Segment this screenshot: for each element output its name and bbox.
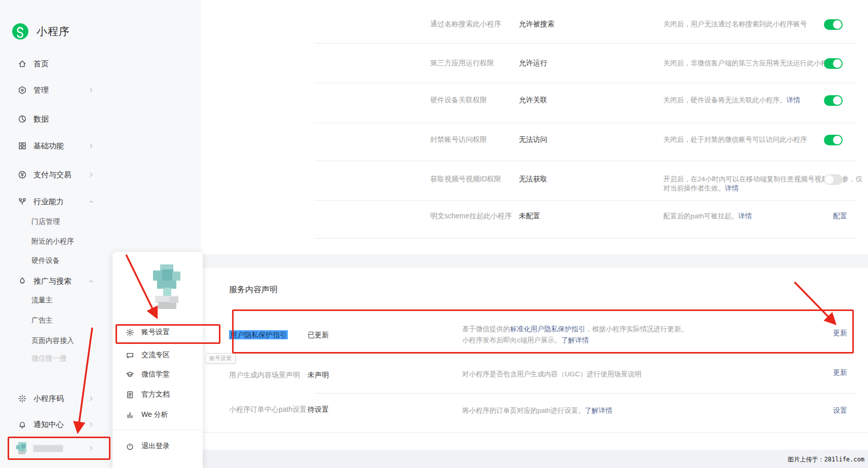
sidebar-item-label: 微信搜一搜 bbox=[31, 354, 67, 363]
chevron-right-icon bbox=[88, 142, 95, 149]
menu-item-3[interactable]: 官方文档 bbox=[112, 385, 203, 404]
service-row-description: 基于微信提供的标准化用户隐私保护指引，根据小程序实际情况进行更新。 bbox=[462, 325, 688, 334]
description-text: 对小程序是否包含用户生成内容（UGC）进行使用场景说明 bbox=[462, 370, 641, 378]
service-action-link[interactable]: 更新 bbox=[833, 329, 847, 338]
service-row-status: 已更新 bbox=[308, 331, 329, 340]
permission-name: 封禁账号访问权限 bbox=[430, 135, 487, 144]
row-separator bbox=[314, 200, 856, 201]
sidebar-item-pay[interactable]: 支付与交易 bbox=[0, 166, 201, 183]
row-separator bbox=[314, 161, 856, 161]
sidebar-item-data[interactable]: 数据 bbox=[0, 110, 201, 128]
toggle-on[interactable] bbox=[824, 135, 843, 145]
menu-item-4[interactable]: We 分析 bbox=[112, 406, 203, 424]
sidebar-item-basic[interactable]: 基础功能 bbox=[0, 137, 201, 154]
menu-item-label: 交流专区 bbox=[141, 350, 170, 360]
sidebar-item-home[interactable]: 首页 bbox=[0, 55, 201, 72]
sidebar-item-label: 门店管理 bbox=[31, 217, 60, 226]
sidebar-item-label: 管理 bbox=[33, 86, 49, 95]
detail-link[interactable]: 详情 bbox=[738, 212, 752, 220]
permission-value: 无法访问 bbox=[519, 135, 547, 144]
app-brand: 小程序 bbox=[12, 23, 70, 40]
bell-icon bbox=[18, 420, 27, 429]
toggle-knob bbox=[833, 20, 842, 29]
toggle-knob bbox=[825, 175, 834, 184]
chat-icon bbox=[126, 351, 134, 360]
permission-description: 关闭后，硬件设备将无法关联此小程序。详情 bbox=[663, 96, 800, 105]
sidebar-item-label: 推广与搜索 bbox=[33, 277, 71, 286]
sidebar-item-label: 首页 bbox=[33, 59, 49, 69]
gear-icon bbox=[126, 328, 134, 337]
service-row-description: 对小程序是否包含用户生成内容（UGC）进行使用场景说明 bbox=[462, 370, 641, 379]
permission-name: 硬件设备关联权限 bbox=[430, 96, 487, 105]
permission-value: 允许关联 bbox=[519, 96, 547, 105]
permission-name: 获取视频号视频ID权限 bbox=[430, 175, 501, 184]
service-row-description: 将小程序的订单页对应的path进行设置。了解详情 bbox=[462, 406, 612, 415]
menu-item-label: 微信学堂 bbox=[141, 370, 170, 379]
permission-description: 关闭后，处于封禁的微信账号可以访问此小程序 bbox=[663, 135, 807, 144]
sidebar-item-label: 流量主 bbox=[31, 296, 53, 305]
service-action-link[interactable]: 更新 bbox=[833, 368, 847, 377]
flame-icon bbox=[18, 277, 27, 286]
toggle-on[interactable] bbox=[824, 19, 843, 30]
toggle-off[interactable] bbox=[824, 174, 843, 185]
configure-link[interactable]: 配置 bbox=[833, 212, 847, 221]
row-separator bbox=[314, 123, 856, 123]
detail-link[interactable]: 详情 bbox=[786, 96, 800, 104]
row-separator bbox=[314, 43, 856, 44]
account-avatar bbox=[15, 441, 29, 455]
grid-icon bbox=[18, 141, 27, 150]
service-row-name: 用户生成内容场景声明 bbox=[229, 371, 300, 380]
menu-item-2[interactable]: 微信学堂 bbox=[112, 365, 203, 383]
sidebar-item-label: 硬件设备 bbox=[31, 256, 60, 265]
menu-item-1[interactable]: 交流专区 bbox=[112, 346, 203, 364]
description-text: 关闭后，处于封禁的微信账号可以访问此小程序 bbox=[663, 136, 807, 143]
service-row-status: 未声明 bbox=[308, 371, 329, 380]
sidebar-item-label: 通知中心 bbox=[33, 420, 64, 430]
menu-item-label: We 分析 bbox=[141, 410, 168, 419]
gradcap-icon bbox=[126, 370, 134, 379]
description-text: 将小程序的订单页对应的path进行设置。 bbox=[462, 407, 585, 414]
permission-description: 配置后的path可被拉起。详情 bbox=[663, 212, 752, 221]
service-action-link[interactable]: 设置 bbox=[833, 406, 847, 415]
manage-icon bbox=[18, 86, 27, 95]
permission-name: 通过名称搜索此小程序 bbox=[430, 20, 501, 29]
industry-icon bbox=[18, 197, 27, 206]
doc-icon bbox=[126, 391, 134, 399]
detail-link[interactable]: 详情 bbox=[725, 184, 739, 192]
minicode-icon bbox=[18, 394, 27, 403]
sidebar-item-label: 附近的小程序 bbox=[31, 237, 74, 246]
chevron-right-icon bbox=[88, 395, 95, 402]
section-bottom-border bbox=[201, 432, 868, 433]
power-icon bbox=[126, 442, 134, 451]
account-popup: 账号设置交流专区微信学堂官方文档We 分析 退出登录 bbox=[112, 252, 203, 468]
popup-avatar bbox=[151, 264, 182, 313]
sidebar-item-nearby[interactable]: 附近的小程序 bbox=[0, 233, 201, 250]
main-content: 通过名称搜索此小程序允许被搜索关闭后，用户无法通过名称搜索到此小程序账号第三方应… bbox=[201, 0, 868, 468]
chevron-up-icon bbox=[88, 278, 95, 285]
watermark-band: 图片上传于：281life.com bbox=[201, 450, 868, 468]
sidebar-item-store[interactable]: 门店管理 bbox=[0, 213, 201, 230]
sidebar-item-label: 页面内容接入 bbox=[31, 336, 74, 345]
toggle-knob bbox=[833, 59, 842, 68]
description-text: ，根据小程序实际情况进行更新。 bbox=[585, 325, 688, 333]
detail-link[interactable]: 了解详情 bbox=[561, 336, 589, 344]
service-row-name: 小程序订单中心path设置 bbox=[229, 405, 307, 414]
permission-description: 关闭后，用户无法通过名称搜索到此小程序账号 bbox=[663, 20, 807, 29]
chevron-right-icon bbox=[88, 421, 95, 428]
home-icon bbox=[18, 59, 27, 68]
miniprogram-logo-icon bbox=[12, 23, 28, 40]
menu-item-logout[interactable]: 退出登录 bbox=[112, 437, 203, 455]
permission-value: 允许运行 bbox=[519, 59, 547, 68]
menu-item-account-settings[interactable]: 账号设置 bbox=[112, 323, 203, 341]
detail-link[interactable]: 标准化用户隐私保护指引 bbox=[510, 325, 586, 333]
sidebar-item-industry[interactable]: 行业能力 bbox=[0, 193, 201, 210]
row-separator bbox=[314, 83, 856, 83]
sidebar-item-manage[interactable]: 管理 bbox=[0, 82, 201, 99]
description-text: 基于微信提供的 bbox=[462, 325, 510, 333]
toggle-on[interactable] bbox=[824, 95, 843, 106]
service-row-name: 用户隐私保护指引 bbox=[229, 331, 288, 340]
chevron-up-icon bbox=[88, 198, 95, 205]
detail-link[interactable]: 了解详情 bbox=[585, 407, 612, 414]
toggle-on[interactable] bbox=[824, 58, 843, 69]
chevron-right-icon bbox=[88, 87, 95, 94]
